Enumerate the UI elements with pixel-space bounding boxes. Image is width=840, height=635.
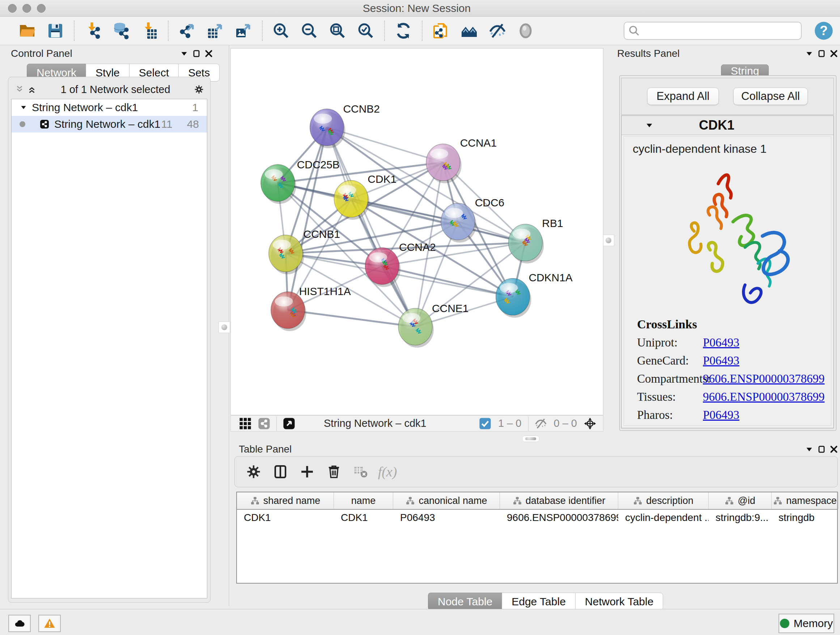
memory-button[interactable]: Memory bbox=[778, 614, 834, 633]
cloud-status-button[interactable] bbox=[8, 615, 31, 632]
gene-collapse-caret-icon[interactable] bbox=[643, 119, 655, 131]
title-bar: Session: New Session bbox=[0, 0, 840, 17]
search-box[interactable] bbox=[624, 22, 802, 40]
crosslink-link[interactable]: 9606.ENSP00000378699 bbox=[703, 372, 824, 386]
table-panel-close-icon[interactable] bbox=[828, 443, 840, 455]
column-header--id[interactable]: @id bbox=[709, 492, 772, 509]
search-input[interactable] bbox=[640, 25, 801, 37]
svg-text:HIST1H1A: HIST1H1A bbox=[299, 285, 351, 297]
gene-section-header[interactable]: CDK1 bbox=[622, 116, 834, 135]
crosslink-label: Compartments: bbox=[637, 372, 703, 386]
collapse-all-button[interactable]: Collapse All bbox=[733, 88, 808, 105]
crosslink-link[interactable]: P06493 bbox=[703, 354, 739, 367]
grid-view-icon[interactable] bbox=[238, 416, 253, 431]
cell-description[interactable]: cyclin-dependent ... bbox=[618, 510, 709, 526]
import-table-file-icon[interactable] bbox=[138, 21, 161, 41]
results-panel-close-icon[interactable] bbox=[828, 48, 840, 60]
import-network-database-icon[interactable] bbox=[110, 21, 133, 41]
column-header-description[interactable]: description bbox=[618, 492, 709, 509]
crosslink-row: Uniprot:P06493 bbox=[637, 336, 825, 349]
control-panel-close-icon[interactable] bbox=[202, 48, 215, 60]
bottom-splitter-handle[interactable] bbox=[522, 435, 539, 442]
export-table-icon[interactable] bbox=[204, 21, 226, 41]
zoom-out-icon[interactable] bbox=[298, 21, 321, 41]
cell-namespace[interactable]: stringdb bbox=[772, 510, 838, 526]
show-all-icon[interactable] bbox=[515, 21, 537, 41]
control-panel-menu-caret-icon[interactable] bbox=[178, 48, 190, 60]
selected-counts: 1 – 0 bbox=[498, 417, 522, 429]
results-panel-float-icon[interactable] bbox=[815, 48, 828, 60]
svg-text:CCNE1: CCNE1 bbox=[432, 302, 469, 314]
table-row[interactable]: CDK1CDK1P064939606.ENSP00000378699cyclin… bbox=[237, 510, 837, 526]
tab-network-table[interactable]: Network Table bbox=[575, 593, 663, 610]
add-column-icon[interactable] bbox=[297, 462, 317, 481]
cell-database-identifier[interactable]: 9606.ENSP00000378699 bbox=[500, 510, 618, 526]
svg-text:CDKN1A: CDKN1A bbox=[529, 272, 572, 283]
crosslink-row: Tissues:9606.ENSP00000378699 bbox=[637, 390, 825, 404]
toolbar-separator bbox=[422, 21, 423, 41]
network-collection-row[interactable]: String Network – cdk1 1 bbox=[11, 99, 207, 116]
export-network-icon[interactable] bbox=[176, 21, 198, 41]
clone-network-icon[interactable] bbox=[430, 21, 452, 41]
open-in-new-window-icon[interactable] bbox=[282, 416, 296, 431]
network-name: String Network – cdk1 bbox=[54, 118, 160, 130]
table-tabs: Node TableEdge TableNetwork Table bbox=[428, 593, 663, 610]
network-overview-icon[interactable] bbox=[257, 416, 271, 431]
control-panel-float-icon[interactable] bbox=[190, 48, 202, 60]
network-selection-status: 1 of 1 Network selected bbox=[38, 84, 193, 96]
column-header-name[interactable]: name bbox=[334, 492, 393, 509]
cell-canonical-name[interactable]: P06493 bbox=[393, 510, 500, 526]
collapse-all-chevron-icon[interactable] bbox=[13, 83, 26, 96]
open-file-icon[interactable] bbox=[16, 21, 38, 41]
export-image-icon[interactable] bbox=[232, 21, 255, 41]
network-canvas[interactable]: CCNB2CCNA1CDC25BCDK1CDC6RB1CCNB1CCNA2CDK… bbox=[231, 48, 603, 415]
expand-all-button[interactable]: Expand All bbox=[647, 88, 719, 105]
table-panel-float-icon[interactable] bbox=[815, 443, 828, 455]
import-network-file-icon[interactable] bbox=[82, 21, 104, 41]
zoom-selected-icon[interactable] bbox=[355, 21, 377, 41]
toolbar-separator bbox=[74, 21, 74, 41]
birds-eye-crosshair-icon[interactable] bbox=[583, 416, 597, 431]
hide-selected-icon[interactable] bbox=[486, 21, 508, 41]
crosslink-label: Pharos: bbox=[637, 409, 703, 422]
first-neighbors-icon[interactable] bbox=[458, 21, 480, 41]
results-panel-menu-caret-icon[interactable] bbox=[803, 48, 815, 60]
save-session-icon[interactable] bbox=[44, 21, 66, 41]
show-columns-icon[interactable] bbox=[270, 462, 291, 481]
cell-name[interactable]: CDK1 bbox=[334, 510, 393, 526]
tab-edge-table[interactable]: Edge Table bbox=[502, 593, 575, 610]
svg-text:CCNA1: CCNA1 bbox=[460, 137, 497, 149]
tab-node-table[interactable]: Node Table bbox=[428, 593, 502, 610]
search-icon bbox=[628, 25, 640, 37]
zoom-in-icon[interactable] bbox=[270, 21, 292, 41]
crosslink-link[interactable]: P06493 bbox=[703, 336, 739, 349]
table-options-gear-icon[interactable] bbox=[243, 462, 264, 481]
table-panel-menu-caret-icon[interactable] bbox=[803, 443, 815, 455]
column-header-shared-name[interactable]: shared name bbox=[237, 492, 334, 509]
zoom-fit-icon[interactable] bbox=[326, 21, 349, 41]
hidden-eye-icon[interactable] bbox=[534, 416, 548, 431]
svg-text:CDC25B: CDC25B bbox=[297, 158, 340, 171]
help-icon[interactable]: ? bbox=[814, 21, 834, 41]
selected-checkbox-icon[interactable] bbox=[478, 416, 493, 431]
crosslink-link[interactable]: P06493 bbox=[703, 409, 739, 422]
table-panel-title: Table Panel bbox=[239, 443, 292, 455]
expand-all-chevron-icon[interactable] bbox=[26, 83, 38, 96]
column-header-canonical-name[interactable]: canonical name bbox=[393, 492, 500, 509]
network-options-gear-icon[interactable] bbox=[193, 83, 205, 96]
column-header-database-identifier[interactable]: database identifier bbox=[500, 492, 618, 509]
control-panel: Control Panel NetworkStyleSelectSets 1 o… bbox=[4, 47, 215, 605]
table-toolbar: f(x) bbox=[234, 456, 838, 487]
warnings-button[interactable] bbox=[38, 615, 61, 632]
left-splitter-handle[interactable] bbox=[218, 321, 230, 333]
delete-column-icon[interactable] bbox=[324, 462, 344, 481]
cell--id[interactable]: stringdb:9... bbox=[709, 510, 772, 526]
cell-shared-name[interactable]: CDK1 bbox=[237, 510, 334, 526]
network-row[interactable]: String Network – cdk1 11 48 bbox=[11, 116, 207, 133]
crosslink-link[interactable]: 9606.ENSP00000378699 bbox=[703, 390, 824, 404]
apply-layout-icon[interactable] bbox=[392, 21, 415, 41]
warning-icon bbox=[44, 618, 55, 629]
column-header-namespace[interactable]: namespace bbox=[772, 492, 838, 509]
collection-expand-caret-icon[interactable] bbox=[17, 101, 30, 114]
node-table[interactable]: shared namenamecanonical namedatabase id… bbox=[236, 492, 838, 584]
